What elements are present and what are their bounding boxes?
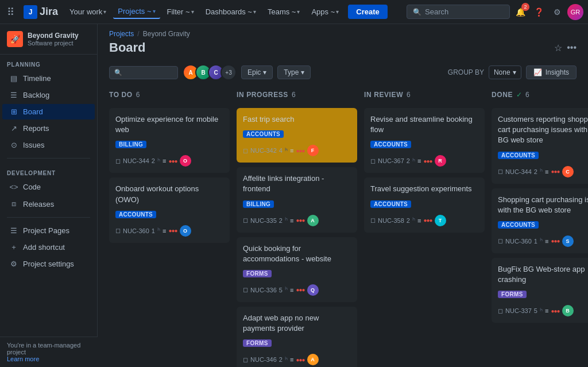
chevron-down-icon: ▾ <box>253 9 256 15</box>
card-type-icon: ◻ <box>243 356 248 364</box>
card-type-icon: ◻ <box>243 147 248 154</box>
card-title: Fast trip search <box>243 114 351 125</box>
settings-button[interactable]: ⚙ <box>549 4 565 20</box>
column-title: DONE <box>492 91 513 99</box>
card-type-icon: ◻ <box>243 286 248 293</box>
project-info: Beyond Gravity Software project <box>28 32 90 47</box>
board-card[interactable]: Travel suggestion experiments ACCOUNTS ◻… <box>364 177 485 232</box>
board-card[interactable]: BugFix BG Web-store app crashing FORMS ◻… <box>492 258 588 323</box>
done-check-icon: ✓ <box>516 91 522 99</box>
board-card[interactable]: Onboard workout options (OWO) ACCOUNTS ◻… <box>109 177 230 242</box>
card-id: NUC-335 <box>250 217 277 224</box>
nav-your-work[interactable]: Your work ▾ <box>65 5 111 18</box>
board-search[interactable]: 🔍 <box>109 66 178 79</box>
card-assignee-avatar: A <box>307 215 319 226</box>
board-icon: ⊞ <box>9 107 18 116</box>
card-flags: ●●● <box>296 357 304 363</box>
card-title: Shopping cart purchasing issues with the… <box>498 195 588 215</box>
sidebar-item-code[interactable]: <> Code <box>2 179 95 195</box>
help-button[interactable]: ❓ <box>531 4 547 20</box>
board-card[interactable]: Revise and streamline booking flow ACCOU… <box>364 108 485 173</box>
card-title: Adapt web app no new payments provider <box>243 313 351 334</box>
board-card[interactable]: Quick booking for accommodations - websi… <box>237 237 357 302</box>
card-tag: FORMS <box>498 291 527 298</box>
sidebar-item-board[interactable]: ⊞ Board <box>2 104 95 119</box>
card-id: NUC-344 <box>123 157 149 164</box>
type-filter-button[interactable]: Type ▾ <box>277 65 311 79</box>
nav-apps[interactable]: Apps ~ ▾ <box>307 5 343 18</box>
grid-icon[interactable]: ⠿ <box>5 3 17 21</box>
board-card[interactable]: Affelite links integration - frontend BI… <box>237 167 357 232</box>
card-type-icon: ◻ <box>498 237 503 245</box>
sidebar-item-issues[interactable]: ⊙ Issues <box>2 137 95 153</box>
create-button[interactable]: Create <box>348 5 387 19</box>
card-meta: ◻ NUC-337 5 ʰ ≡ ●●● B <box>498 305 588 316</box>
sidebar-item-project-pages[interactable]: ☰ Project Pages <box>2 223 95 238</box>
top-nav: ⠿ J Jira Your work ▾ Projects ~ ▾ Filter… <box>0 0 588 24</box>
card-assignee-avatar: Q <box>307 284 319 296</box>
card-id: NUC-342 <box>250 147 277 154</box>
avatar-overflow[interactable]: +3 <box>220 64 237 80</box>
meta-sep: ʰ <box>412 157 415 165</box>
page-title: Board <box>109 40 146 55</box>
breadcrumb-projects[interactable]: Projects <box>109 30 134 38</box>
logo-text: Jira <box>40 6 58 18</box>
card-story-points: 2 <box>279 217 283 224</box>
breadcrumb-separator: / <box>137 30 139 38</box>
board-card[interactable]: Fast trip search ACCOUNTS ◻ NUC-342 4 ʰ … <box>237 108 357 163</box>
card-type-icon: ◻ <box>243 217 248 224</box>
sidebar-item-backlog[interactable]: ☰ Backlog <box>2 87 95 103</box>
nav-projects[interactable]: Projects ~ ▾ <box>113 5 160 19</box>
star-button[interactable]: ☆ <box>554 43 562 53</box>
assignee-filter: A B C +3 <box>183 64 237 80</box>
priority-icon: ≡ <box>417 217 421 224</box>
chevron-down-icon: ▾ <box>513 68 516 76</box>
card-id: NUC-360 <box>505 238 532 245</box>
card-meta: ◻ NUC-336 5 ʰ ≡ ●●● Q <box>243 284 351 296</box>
meta-sep: ʰ <box>540 307 543 315</box>
search-bar[interactable]: 🔍 Search <box>407 5 510 19</box>
sidebar-item-releases[interactable]: ⧈ Releases <box>2 196 95 212</box>
card-id: NUC-367 <box>378 157 404 164</box>
card-flags: ●●● <box>551 238 559 244</box>
sidebar-item-label: Reports <box>23 124 49 133</box>
notifications-button[interactable]: 🔔 2 <box>512 4 528 20</box>
sidebar-learn-more-link[interactable]: Learn more <box>7 356 91 362</box>
nav-filters[interactable]: Filter ~ ▾ <box>163 5 199 18</box>
user-avatar[interactable]: GR <box>567 4 583 20</box>
card-tag: ACCOUNTS <box>498 152 539 159</box>
chevron-down-icon: ▾ <box>297 9 300 15</box>
sidebar-item-timeline[interactable]: ▤ Timeline <box>2 71 95 86</box>
sidebar-item-project-settings[interactable]: ⚙ Project settings <box>2 256 95 272</box>
epic-filter-button[interactable]: Epic ▾ <box>241 65 273 79</box>
column-inprogress: IN PROGRESS 6 Fast trip search ACCOUNTS … <box>237 88 357 358</box>
jira-logo-icon: J <box>24 5 37 19</box>
insights-button[interactable]: 📈 Insights <box>526 65 577 79</box>
logo[interactable]: J Jira <box>19 5 63 19</box>
card-assignee-avatar: B <box>562 305 574 316</box>
board-card[interactable]: Customers reporting shopping cart purcha… <box>492 108 588 184</box>
board-card[interactable]: Optimize experience for mobile web BILLI… <box>109 108 230 173</box>
card-story-points: 1 <box>534 238 537 245</box>
more-actions-button[interactable]: ••• <box>567 43 577 53</box>
groupby-dropdown[interactable]: None ▾ <box>489 65 521 79</box>
board-card[interactable]: Shopping cart purchasing issues with the… <box>492 188 588 253</box>
card-flags: ●●● <box>168 227 177 234</box>
nav-dashboards[interactable]: Dashboards ~ ▾ <box>201 5 261 18</box>
card-assignee-avatar: T <box>435 215 446 226</box>
chevron-down-icon: ▾ <box>263 68 266 76</box>
card-type-icon: ◻ <box>498 307 503 315</box>
main-content: Projects / Beyond Gravity Board ☆ ••• 🔍 … <box>98 24 588 367</box>
column-inreview: IN REVIEW 6 Revise and streamline bookin… <box>364 88 485 358</box>
board-card[interactable]: Adapt web app no new payments provider F… <box>237 307 357 367</box>
sidebar-project[interactable]: 🚀 Beyond Gravity Software project <box>0 24 97 55</box>
sidebar-item-reports[interactable]: ↗ Reports <box>2 121 95 136</box>
card-title: BugFix BG Web-store app crashing <box>498 264 588 285</box>
column-title: IN REVIEW <box>364 91 403 99</box>
priority-icon: ≡ <box>290 287 293 293</box>
sidebar-item-add-shortcut[interactable]: + Add shortcut <box>2 239 95 255</box>
meta-sep: ʰ <box>157 157 160 165</box>
nav-teams[interactable]: Teams ~ ▾ <box>263 5 305 18</box>
card-flags: ●●● <box>423 217 432 223</box>
sidebar-item-label: Backlog <box>23 91 49 99</box>
